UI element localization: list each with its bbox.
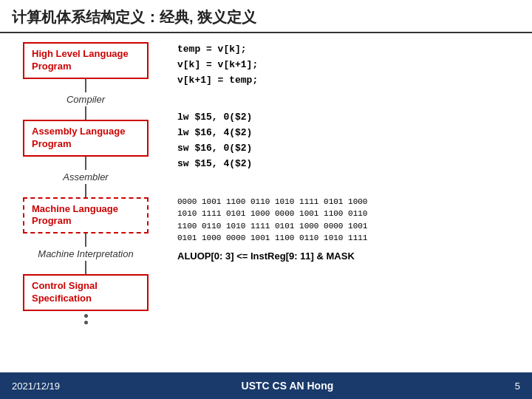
arrow-5	[85, 233, 86, 247]
dots	[84, 313, 88, 326]
dot-2	[84, 321, 88, 324]
hl-code-line-1: temp = v[k];	[177, 42, 520, 58]
mc-line-1: 0000 1001 1100 0110 1010 1111 0101 1000	[177, 196, 520, 208]
control-signal-box: Control Signal Specification	[23, 274, 149, 311]
mc-line-3: 1100 0110 1010 1111 0101 1000 0000 1001	[177, 220, 520, 233]
arrow-6	[85, 261, 86, 274]
machine-language-box: Machine Language Program	[23, 197, 149, 234]
main-content: High Level Language Program Compiler Ass…	[0, 33, 532, 364]
mc-line-4: 0101 1000 0000 1001 1100 0110 1010 1111	[177, 232, 520, 245]
high-level-box: High Level Language Program	[23, 42, 149, 79]
machine-interp-label: Machine Interpretation	[38, 248, 133, 259]
control-signal-text: ALUOP[0: 3] <= InstReg[9: 11] & MASK	[177, 250, 355, 262]
asm-line-3: sw $16, 0($2)	[177, 141, 520, 157]
arrow-3	[85, 157, 86, 170]
machine-code: 0000 1001 1100 0110 1010 1111 0101 1000 …	[177, 196, 520, 245]
footer-date: 2021/12/19	[12, 381, 60, 392]
hl-code-line-3: v[k+1] = temp;	[177, 73, 520, 89]
flow-diagram: High Level Language Program Compiler Ass…	[12, 39, 160, 364]
asm-line-2: lw $16, 4($2)	[177, 126, 520, 141]
asm-line-1: lw $15, 0($2)	[177, 110, 520, 126]
arrow-2	[85, 106, 86, 120]
dot-1	[84, 314, 88, 318]
assembly-box: Assembly Language Program	[23, 120, 149, 157]
footer-center: USTC CS AN Hong	[242, 380, 334, 392]
code-examples: temp = v[k]; v[k] = v[k+1]; v[k+1] = tem…	[160, 39, 520, 364]
compiler-label: Compiler	[66, 94, 105, 105]
hl-code-line-2: v[k] = v[k+1];	[177, 58, 520, 73]
assembly-code: lw $15, 0($2) lw $16, 4($2) sw $16, 0($2…	[177, 110, 520, 171]
control-signal-code: ALUOP[0: 3] <= InstReg[9: 11] & MASK	[177, 250, 520, 262]
asm-line-4: sw $15, 4($2)	[177, 157, 520, 172]
arrow-1	[85, 79, 86, 92]
mc-line-2: 1010 1111 0101 1000 0000 1001 1100 0110	[177, 208, 520, 220]
assembler-label: Assembler	[63, 171, 108, 183]
header: 计算机体系结构定义：经典, 狭义定义	[0, 0, 532, 33]
footer: 2021/12/19 USTC CS AN Hong 5	[0, 372, 532, 399]
arrow-4	[85, 184, 86, 197]
high-level-code: temp = v[k]; v[k] = v[k+1]; v[k+1] = tem…	[177, 42, 520, 88]
footer-page: 5	[515, 381, 520, 392]
page-title: 计算机体系结构定义：经典, 狭义定义	[12, 9, 256, 25]
